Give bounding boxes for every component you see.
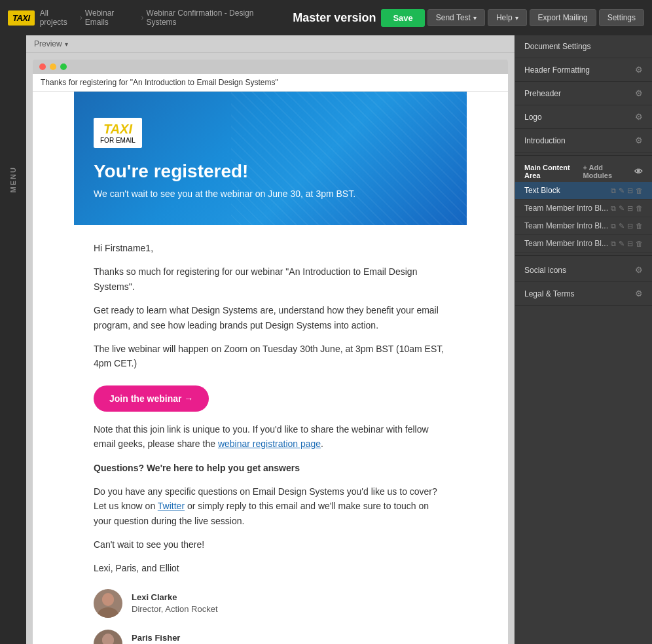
header-formatting-gear-icon[interactable]: ⚙ (635, 65, 643, 75)
sidebar-introduction[interactable]: Introduction ⚙ (515, 129, 652, 152)
preview-label: Preview (34, 39, 62, 48)
introduction-gear-icon[interactable]: ⚙ (635, 135, 643, 145)
settings-button[interactable]: Settings (599, 9, 644, 26)
avatar-lexi (94, 589, 122, 618)
email-content: TAXI FOR EMAIL You're registered! We can… (74, 92, 467, 644)
send-test-dropdown-arrow: ▾ (473, 14, 477, 22)
sidebar-module-team-1[interactable]: Team Member Intro Bl... ⧉ ✎ ⊟ 🗑 (515, 200, 652, 217)
email-questions-title: Questions? We're here to help you get an… (94, 461, 447, 475)
preview-area: Preview ▾ Thanks for registering for "An… (26, 35, 515, 644)
team-3-copy-icon[interactable]: ⧉ (611, 240, 616, 248)
text-block-copy-icon[interactable]: ⧉ (611, 187, 616, 195)
email-para3: The live webinar will happen on Zoom on … (94, 342, 447, 371)
email-questions-body: Do you have any specific questions on Em… (94, 484, 447, 528)
avatar-paris (94, 630, 122, 644)
sidebar-main-content-area: Main Content Area + Add Modules 👁 (515, 158, 652, 182)
app-logo: TAXI (8, 10, 35, 26)
team-2-lock-icon[interactable]: ⊟ (627, 222, 633, 230)
email-para2: Get ready to learn what Design Systems a… (94, 303, 447, 332)
sidebar-module-team-2[interactable]: Team Member Intro Bl... ⧉ ✎ ⊟ 🗑 (515, 217, 652, 235)
nav-buttons: Save Send Test ▾ Help ▾ Export Mailing S… (381, 9, 644, 27)
main-layout: MENU Preview ▾ Thanks for registering fo… (0, 35, 652, 644)
email-sign-off1: Can't wait to see you there! (94, 537, 447, 552)
team-1-trash-icon[interactable]: 🗑 (636, 204, 643, 212)
breadcrumb-sep-2: › (141, 13, 144, 22)
team-member-3-label: Team Member Intro Bl... (524, 239, 608, 248)
email-para4: Note that this join link is unique to yo… (94, 422, 447, 452)
twitter-link[interactable]: Twitter (158, 501, 185, 511)
text-block-trash-icon[interactable]: 🗑 (636, 187, 643, 194)
right-sidebar: Document Settings Header Formatting ⚙ Pr… (515, 35, 652, 644)
email-header: TAXI FOR EMAIL You're registered! We can… (74, 92, 467, 225)
main-content-eye-icon[interactable]: 👁 (634, 167, 643, 177)
svg-point-1 (98, 607, 118, 618)
legal-terms-gear-icon[interactable]: ⚙ (635, 289, 643, 298)
breadcrumb-item-projects[interactable]: All projects (40, 9, 77, 27)
sidebar-header-formatting[interactable]: Header Formatting ⚙ (515, 58, 652, 82)
team-member-0: Lexi Clarke Director, Action Rocket (94, 589, 447, 618)
help-dropdown-arrow: ▾ (515, 14, 518, 22)
sidebar-divider-1 (515, 155, 652, 156)
header-formatting-label: Header Formatting (524, 65, 590, 75)
team-2-copy-icon[interactable]: ⧉ (611, 222, 616, 230)
text-block-edit-icon[interactable]: ✎ (619, 187, 625, 195)
sidebar-document-settings[interactable]: Document Settings (515, 35, 652, 58)
team-3-trash-icon[interactable]: 🗑 (636, 240, 643, 247)
team-1-copy-icon[interactable]: ⧉ (611, 204, 616, 213)
sidebar-module-team-3[interactable]: Team Member Intro Bl... ⧉ ✎ ⊟ 🗑 (515, 235, 652, 253)
sidebar-social-icons[interactable]: Social icons ⚙ (515, 259, 652, 282)
team-1-edit-icon[interactable]: ✎ (619, 204, 625, 213)
email-greeting: Hi Firstname1, (94, 241, 447, 255)
team-title-lexi: Director, Action Rocket (132, 604, 218, 614)
breadcrumb: All projects › Webinar Emails › Webinar … (40, 9, 283, 27)
introduction-label: Introduction (524, 136, 566, 145)
team-2-trash-icon[interactable]: 🗑 (636, 222, 643, 230)
team-2-edit-icon[interactable]: ✎ (619, 222, 625, 230)
webinar-registration-link[interactable]: webinar registration page (218, 438, 321, 449)
menu-label[interactable]: MENU (9, 166, 17, 192)
preview-dropdown-arrow: ▾ (65, 41, 68, 48)
team-members-section: Lexi Clarke Director, Action Rocket Pari… (94, 589, 447, 644)
export-mailing-button[interactable]: Export Mailing (530, 9, 596, 26)
legal-terms-label: Legal & Terms (524, 289, 574, 298)
help-button[interactable]: Help ▾ (488, 9, 527, 26)
breadcrumb-sep-1: › (80, 13, 82, 22)
email-body: Hi Firstname1, Thanks so much for regist… (74, 225, 467, 644)
add-modules-button[interactable]: + Add Modules (583, 164, 629, 179)
team-1-lock-icon[interactable]: ⊟ (627, 204, 633, 213)
team-3-lock-icon[interactable]: ⊟ (627, 240, 633, 248)
join-webinar-button[interactable]: Join the webinar → (94, 385, 209, 412)
header-pattern (231, 92, 467, 225)
email-preview-wrapper: Thanks for registering for "An Introduct… (33, 74, 508, 644)
preheader-gear-icon[interactable]: ⚙ (635, 88, 643, 98)
team-member-2-label: Team Member Intro Bl... (524, 221, 608, 230)
text-block-lock-icon[interactable]: ⊟ (627, 187, 633, 195)
team-member-1-icons: ⧉ ✎ ⊟ 🗑 (611, 204, 643, 213)
left-menu-strip: MENU (0, 35, 26, 644)
team-member-3-icons: ⧉ ✎ ⊟ 🗑 (611, 240, 643, 248)
preview-toolbar[interactable]: Preview ▾ (26, 35, 515, 53)
social-icons-label: Social icons (524, 266, 566, 275)
send-test-button[interactable]: Send Test ▾ (427, 9, 485, 26)
team-member-1-label: Team Member Intro Bl... (524, 204, 608, 213)
sidebar-preheader[interactable]: Preheader ⚙ (515, 82, 652, 105)
browser-close-dot (39, 63, 46, 70)
email-subject-bar: Thanks for registering for "An Introduct… (33, 74, 508, 92)
social-icons-gear-icon[interactable]: ⚙ (635, 265, 643, 275)
logo-label: Logo (524, 113, 542, 122)
team-info-lexi: Lexi Clarke Director, Action Rocket (132, 592, 218, 615)
top-navigation: TAXI All projects › Webinar Emails › Web… (0, 0, 652, 35)
page-title: Master version (293, 11, 376, 25)
browser-maximize-dot (60, 63, 67, 70)
text-block-label: Text Block (524, 186, 560, 195)
email-para1: Thanks so much for registering for our w… (94, 264, 447, 294)
sidebar-legal-terms[interactable]: Legal & Terms ⚙ (515, 282, 652, 306)
sidebar-logo[interactable]: Logo ⚙ (515, 105, 652, 129)
logo-gear-icon[interactable]: ⚙ (635, 112, 643, 122)
sidebar-module-text-block[interactable]: Text Block ⧉ ✎ ⊟ 🗑 (515, 182, 652, 200)
team-3-edit-icon[interactable]: ✎ (619, 240, 625, 248)
email-subject-text: Thanks for registering for "An Introduct… (41, 78, 278, 87)
browser-bar (33, 60, 508, 74)
save-button[interactable]: Save (381, 9, 424, 27)
breadcrumb-item-emails[interactable]: Webinar Emails (85, 9, 139, 27)
